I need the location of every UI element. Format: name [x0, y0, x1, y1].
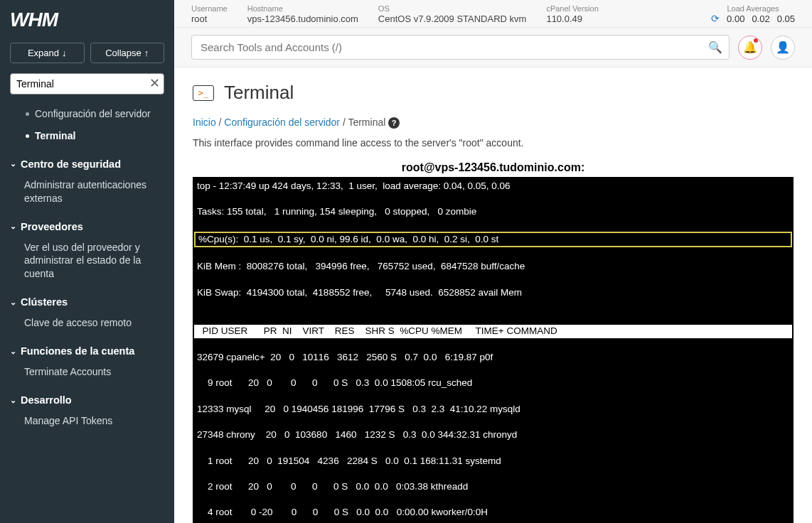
load-2: 0.02 — [752, 14, 769, 24]
crumb-home[interactable]: Inicio — [193, 117, 216, 128]
arrow-up-icon: ↑ — [144, 48, 149, 58]
username-label: Username — [191, 4, 228, 13]
page-description: This interface provides command line acc… — [193, 137, 794, 149]
crumb-last: Terminal — [348, 117, 385, 128]
sidebar-item[interactable]: Clave de acceso remoto — [10, 312, 164, 334]
arrow-down-icon: ↓ — [62, 48, 67, 58]
sidebar: WHM Expand ↓ Collapse ↑ ✕ Configuración … — [0, 0, 174, 523]
terminal-host: root@vps-123456.tudominio.com: — [193, 161, 794, 174]
chevron-down-icon: ⌄ — [10, 222, 16, 231]
refresh-icon[interactable]: ⟳ — [711, 13, 720, 24]
sidebar-item[interactable]: Manage API Tokens — [10, 410, 164, 432]
logo: WHM — [10, 9, 164, 31]
cpanel-label: cPanel Version — [546, 4, 598, 13]
terminal-icon: >_ — [193, 85, 214, 101]
load-1: 0.00 — [727, 14, 744, 24]
load-label: Load Averages — [711, 4, 795, 13]
collapse-button[interactable]: Collapse ↑ — [90, 43, 165, 63]
breadcrumb: Inicio / Configuración del servidor / Te… — [193, 117, 794, 129]
nav-group-head[interactable]: ⌄Desarrollo — [10, 390, 164, 410]
crumb-mid[interactable]: Configuración del servidor — [224, 117, 340, 128]
clear-icon[interactable]: ✕ — [149, 77, 160, 90]
help-icon[interactable]: ? — [388, 117, 400, 129]
chevron-down-icon: ⌄ — [10, 347, 16, 356]
expand-button[interactable]: Expand ↓ — [10, 43, 85, 63]
page-title: Terminal — [224, 82, 294, 104]
load-3: 0.05 — [777, 14, 795, 24]
hostname-label: Hostname — [247, 4, 358, 13]
chevron-down-icon: ⌄ — [10, 159, 16, 168]
topbar: Usernameroot Hostnamevps-123456.tudomini… — [174, 0, 812, 28]
nav-group-head[interactable]: ⌄Centro de seguridad — [10, 154, 164, 174]
sidebar-item[interactable]: Terminal — [10, 125, 164, 147]
sidebar-item[interactable]: Administrar autenticaciones externas — [10, 174, 164, 210]
terminal-output[interactable]: top - 12:37:49 up 424 days, 12:33, 1 use… — [193, 177, 794, 523]
notifications-button[interactable]: 🔔 — [738, 36, 762, 60]
sidebar-item[interactable]: Ver el uso del proveedor y administrar e… — [10, 237, 164, 286]
chevron-down-icon: ⌄ — [10, 298, 16, 307]
nav-group-head[interactable]: ⌄Clústeres — [10, 292, 164, 312]
search-icon[interactable]: 🔍 — [708, 41, 722, 54]
nav-group-head[interactable]: ⌄Funciones de la cuenta — [10, 341, 164, 361]
chevron-down-icon: ⌄ — [10, 396, 16, 405]
sidebar-item[interactable]: Configuración del servidor — [10, 103, 164, 125]
main: Usernameroot Hostnamevps-123456.tudomini… — [174, 0, 812, 523]
hostname-value: vps-123456.tudominio.com — [247, 14, 358, 24]
user-button[interactable]: 👤 — [771, 36, 795, 60]
username-value: root — [191, 14, 228, 24]
cpanel-value: 110.0.49 — [546, 14, 598, 24]
os-value: CentOS v7.9.2009 STANDARD kvm — [378, 14, 527, 24]
nav-group-head[interactable]: ⌄Proveedores — [10, 217, 164, 237]
nav: Configuración del servidorTerminal⌄Centr… — [10, 103, 164, 514]
global-search-input[interactable] — [191, 35, 730, 60]
os-label: OS — [378, 4, 527, 13]
sidebar-search-input[interactable] — [10, 73, 164, 95]
sidebar-item[interactable]: Terminate Accounts — [10, 361, 164, 383]
